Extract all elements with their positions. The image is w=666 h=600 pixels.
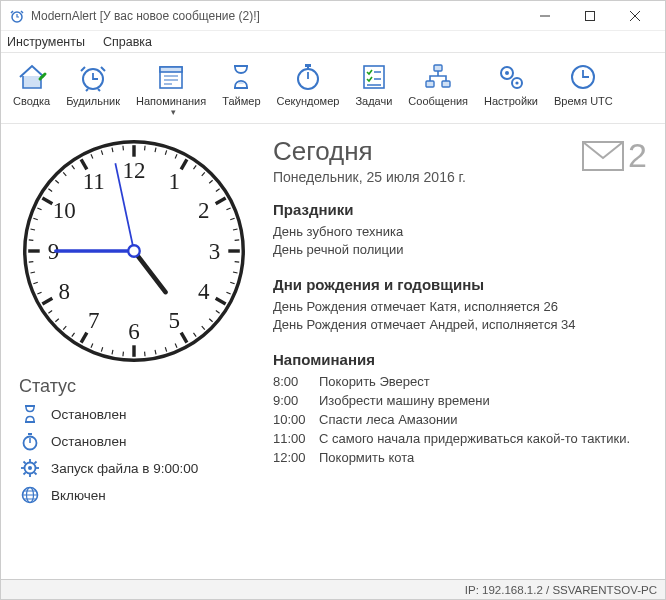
menubar: Инструменты Справка bbox=[1, 31, 665, 53]
hourglass-icon bbox=[19, 403, 41, 425]
titlebar: ModernAlert [У вас новое сообщение (2)!] bbox=[1, 1, 665, 31]
svg-text:11: 11 bbox=[83, 169, 105, 194]
reminder-time: 12:00 bbox=[273, 450, 319, 465]
holidays-heading: Праздники bbox=[273, 201, 647, 218]
statusbar: IP: 192.168.1.2 / SSVARENTSOV-PC bbox=[1, 579, 665, 599]
tool-timer-label: Таймер bbox=[222, 95, 260, 107]
status-heading: Статус bbox=[19, 376, 249, 397]
calendar-icon bbox=[155, 61, 187, 93]
tool-reminders-label: Напоминания bbox=[136, 95, 206, 107]
tool-stopwatch[interactable]: Секундомер bbox=[273, 59, 344, 109]
status-row: Остановлен bbox=[19, 403, 249, 425]
status-text: Остановлен bbox=[51, 407, 126, 422]
svg-point-14 bbox=[515, 81, 518, 84]
reminder-text: Изобрести машину времени bbox=[319, 393, 647, 408]
svg-rect-6 bbox=[305, 64, 311, 67]
svg-text:4: 4 bbox=[198, 279, 210, 304]
hourglass-icon bbox=[225, 61, 257, 93]
toolbar: Сводка Будильник Напоминания ▾ bbox=[1, 53, 665, 124]
svg-text:12: 12 bbox=[123, 158, 146, 183]
status-text: Запуск файла в 9:00:00 bbox=[51, 461, 198, 476]
clock-icon bbox=[567, 61, 599, 93]
tool-settings[interactable]: Настройки bbox=[480, 59, 542, 109]
svg-rect-8 bbox=[434, 65, 442, 71]
tool-summary[interactable]: Сводка bbox=[9, 59, 54, 109]
reminder-time: 8:00 bbox=[273, 374, 319, 389]
reminder-text: Покорить Эверест bbox=[319, 374, 647, 389]
birthday-item: День Рождения отмечает Катя, исполняется… bbox=[273, 299, 647, 314]
tool-messages-label: Сообщения bbox=[408, 95, 468, 107]
menu-help[interactable]: Справка bbox=[103, 35, 152, 49]
birthdays-heading: Дни рождения и годовщины bbox=[273, 276, 647, 293]
tool-stopwatch-label: Секундомер bbox=[277, 95, 340, 107]
unread-count: 2 bbox=[628, 136, 647, 175]
svg-text:2: 2 bbox=[198, 198, 210, 223]
svg-text:8: 8 bbox=[59, 279, 70, 304]
svg-line-104 bbox=[24, 472, 26, 474]
holiday-item: День зубного техника bbox=[273, 224, 647, 239]
tool-utc[interactable]: Время UTC bbox=[550, 59, 617, 109]
birthdays-section: Дни рождения и годовщины День Рождения о… bbox=[273, 260, 647, 335]
gear-icon bbox=[19, 457, 41, 479]
status-text: Остановлен bbox=[51, 434, 126, 449]
app-icon bbox=[9, 8, 25, 24]
status-text: Включен bbox=[51, 488, 106, 503]
menu-tools[interactable]: Инструменты bbox=[7, 35, 85, 49]
svg-point-92 bbox=[128, 245, 140, 257]
statusbar-text: IP: 192.168.1.2 / SSVARENTSOV-PC bbox=[465, 584, 657, 596]
left-column: 123456789101112 Статус ОстановленОстанов… bbox=[19, 136, 249, 569]
today-header: Сегодня Понедельник, 25 июля 2016 г. 2 bbox=[273, 136, 647, 185]
svg-text:1: 1 bbox=[169, 169, 181, 194]
svg-rect-10 bbox=[442, 81, 450, 87]
tool-messages[interactable]: Сообщения bbox=[404, 59, 472, 109]
maximize-button[interactable] bbox=[567, 1, 612, 30]
tool-alarm[interactable]: Будильник bbox=[62, 59, 124, 109]
window-title: ModernAlert [У вас новое сообщение (2)!] bbox=[31, 9, 522, 23]
svg-text:10: 10 bbox=[53, 198, 76, 223]
tool-timer[interactable]: Таймер bbox=[218, 59, 264, 109]
envelope-icon bbox=[582, 141, 624, 171]
tool-alarm-label: Будильник bbox=[66, 95, 120, 107]
svg-text:6: 6 bbox=[128, 319, 140, 344]
svg-rect-94 bbox=[28, 433, 32, 435]
svg-line-103 bbox=[34, 462, 36, 464]
reminders-heading: Напоминания bbox=[273, 351, 647, 368]
today-date: Понедельник, 25 июля 2016 г. bbox=[273, 169, 466, 185]
minimize-button[interactable] bbox=[522, 1, 567, 30]
tool-summary-label: Сводка bbox=[13, 95, 50, 107]
stopwatch-icon bbox=[292, 61, 324, 93]
globe-icon bbox=[19, 484, 41, 506]
unread-badge[interactable]: 2 bbox=[582, 136, 647, 175]
status-row: Включен bbox=[19, 484, 249, 506]
window-buttons bbox=[522, 1, 657, 30]
reminder-text: С самого начала придерживаться какой-то … bbox=[319, 431, 647, 446]
tool-settings-label: Настройки bbox=[484, 95, 538, 107]
chevron-down-icon[interactable]: ▾ bbox=[171, 107, 176, 117]
svg-rect-9 bbox=[426, 81, 434, 87]
tool-reminders[interactable]: Напоминания ▾ bbox=[132, 59, 210, 119]
svg-line-102 bbox=[34, 472, 36, 474]
tasks-icon bbox=[358, 61, 390, 93]
today-title: Сегодня bbox=[273, 136, 466, 167]
tool-tasks[interactable]: Задачи bbox=[351, 59, 396, 109]
right-column: Сегодня Понедельник, 25 июля 2016 г. 2 П… bbox=[273, 136, 647, 569]
reminder-time: 9:00 bbox=[273, 393, 319, 408]
status-row: Остановлен bbox=[19, 430, 249, 452]
main-area: 123456789101112 Статус ОстановленОстанов… bbox=[1, 124, 665, 579]
home-icon bbox=[16, 61, 48, 93]
svg-line-101 bbox=[24, 462, 26, 464]
reminder-time: 10:00 bbox=[273, 412, 319, 427]
svg-text:7: 7 bbox=[88, 308, 99, 333]
svg-point-96 bbox=[28, 466, 32, 470]
alarm-icon bbox=[77, 61, 109, 93]
reminder-text: Спасти леса Амазонии bbox=[319, 412, 647, 427]
tool-utc-label: Время UTC bbox=[554, 95, 613, 107]
svg-rect-4 bbox=[160, 67, 182, 72]
gears-icon bbox=[495, 61, 527, 93]
svg-rect-1 bbox=[585, 11, 594, 20]
status-panel: Статус ОстановленОстановленЗапуск файла … bbox=[19, 366, 249, 511]
close-button[interactable] bbox=[612, 1, 657, 30]
stopwatch-icon bbox=[19, 430, 41, 452]
status-row: Запуск файла в 9:00:00 bbox=[19, 457, 249, 479]
holiday-item: День речной полиции bbox=[273, 242, 647, 257]
